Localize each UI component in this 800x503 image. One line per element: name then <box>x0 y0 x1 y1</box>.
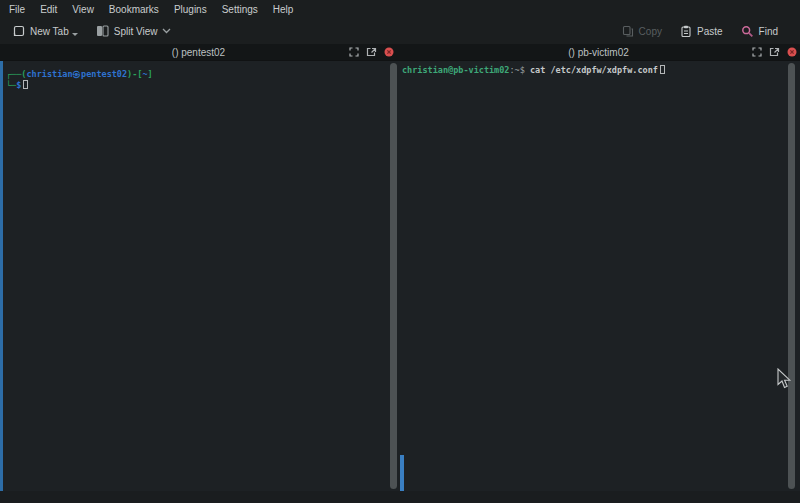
terminal-pane-pentest02[interactable]: ┌──(christian㉿pentest02)-[~] └─$ <box>0 61 390 491</box>
prompt-frame: └─ <box>6 80 16 90</box>
menu-plugins[interactable]: Plugins <box>169 2 212 17</box>
paste-icon <box>680 25 692 37</box>
detach-split-icon[interactable] <box>769 47 780 57</box>
split-title-left: () pentest02 <box>0 47 397 58</box>
detach-split-icon[interactable] <box>366 47 377 57</box>
left-pane-scrollbar[interactable] <box>390 61 397 491</box>
copy-icon <box>622 25 634 37</box>
menu-file[interactable]: File <box>4 2 30 17</box>
close-split-icon[interactable] <box>384 47 394 57</box>
split-container: ┌──(christian㉿pentest02)-[~] └─$ christi… <box>0 61 800 491</box>
prompt-line: christian@pb-victim02:~$ cat /etc/xdpfw/… <box>402 65 800 76</box>
menu-bar: File Edit View Bookmarks Plugins Setting… <box>0 0 800 18</box>
split-header-bar: () pentest02 () pb-victim02 <box>0 44 800 61</box>
scroll-highlight-bar <box>0 61 3 491</box>
split-header-pb-victim02[interactable]: () pb-victim02 <box>397 44 800 60</box>
find-label: Find <box>759 26 778 37</box>
split-title-right: () pb-victim02 <box>397 47 800 58</box>
menu-bookmarks[interactable]: Bookmarks <box>104 2 164 17</box>
paste-button[interactable]: Paste <box>676 22 727 40</box>
prompt-dollar: $ <box>520 65 530 75</box>
split-view-icon <box>96 25 109 37</box>
terminal-output-right: christian@pb-victim02:~$ cat /etc/xdpfw/… <box>397 61 800 76</box>
maximize-split-icon[interactable] <box>349 47 359 57</box>
find-button[interactable]: Find <box>737 22 782 41</box>
terminal-cursor <box>660 65 665 74</box>
menu-settings[interactable]: Settings <box>217 2 263 17</box>
split-view-button[interactable]: Split View <box>92 22 176 40</box>
scroll-highlight-bar <box>400 455 404 491</box>
chevron-down-icon <box>162 28 171 34</box>
prompt-frame: ] <box>148 69 153 79</box>
new-tab-button[interactable]: New Tab <box>8 22 82 40</box>
split-view-label: Split View <box>114 26 158 37</box>
terminal-pane-pb-victim02[interactable]: christian@pb-victim02:~$ cat /etc/xdpfw/… <box>397 61 800 491</box>
konsole-window: File Edit View Bookmarks Plugins Setting… <box>0 0 800 503</box>
menu-edit[interactable]: Edit <box>35 2 62 17</box>
toolbar: New Tab Split View Copy <box>0 18 800 44</box>
terminal-output-left: ┌──(christian㉿pentest02)-[~] └─$ <box>0 61 390 90</box>
typed-command: cat /etc/xdpfw/xdpfw.conf <box>530 65 658 75</box>
right-pane-scrollbar[interactable] <box>788 63 795 489</box>
menu-view[interactable]: View <box>67 2 99 17</box>
prompt-line-2: └─$ <box>6 80 390 91</box>
split-header-pentest02[interactable]: () pentest02 <box>0 44 397 60</box>
new-tab-label: New Tab <box>30 26 69 37</box>
terminal-cursor <box>23 80 28 89</box>
close-split-icon[interactable] <box>787 47 797 57</box>
scrollbar-thumb[interactable] <box>390 63 397 489</box>
prompt-user-host: christian㉿pentest02 <box>26 69 127 79</box>
new-tab-icon <box>12 25 25 37</box>
window-bottom-edge <box>0 491 800 503</box>
menu-help[interactable]: Help <box>268 2 299 17</box>
prompt-user-host: christian@pb-victim02 <box>402 65 509 75</box>
mouse-pointer <box>777 368 792 389</box>
prompt-dollar: $ <box>16 80 21 90</box>
prompt-line-1: ┌──(christian㉿pentest02)-[~] <box>6 69 390 80</box>
new-tab-dropdown-caret[interactable] <box>72 33 78 36</box>
prompt-frame: ┌──( <box>6 69 26 79</box>
prompt-frame: )-[ <box>127 69 142 79</box>
maximize-split-icon[interactable] <box>752 47 762 57</box>
copy-label: Copy <box>639 26 662 37</box>
paste-label: Paste <box>697 26 723 37</box>
copy-button[interactable]: Copy <box>618 22 666 40</box>
find-icon <box>741 25 754 38</box>
